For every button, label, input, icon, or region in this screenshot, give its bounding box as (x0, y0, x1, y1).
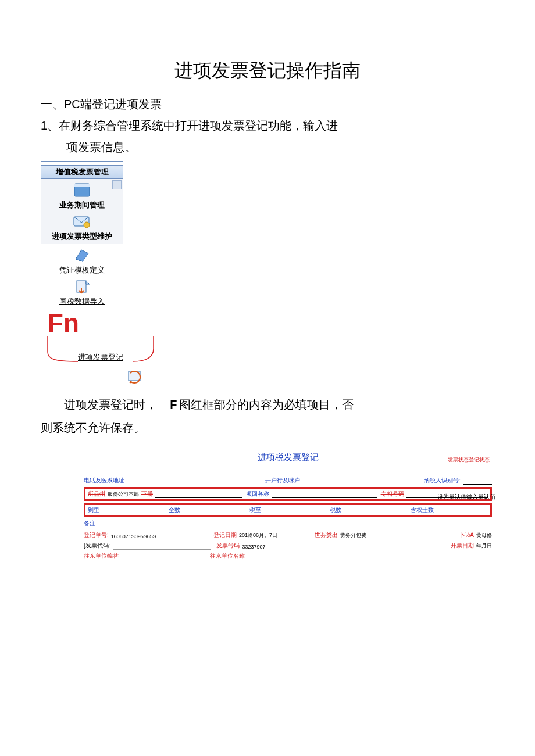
input-spec-no[interactable] (406, 492, 488, 498)
label-qty: 到里 (88, 506, 99, 514)
sidebar-screenshot: 增值税发票管理 业务期间管理 进项发票类型维护 (41, 161, 123, 307)
sidebar-label-period: 业务期间管理 (41, 200, 123, 210)
value-operator: 黄母修 (476, 532, 492, 539)
input-total[interactable] (436, 508, 488, 514)
label-tax: 税数 (330, 506, 341, 514)
svg-point-3 (84, 222, 90, 228)
paragraph-required-fields: 进项发票登记时， F图红框部分的内容为必填项目，否 则系统不允许保存。 (41, 393, 494, 439)
label-operator: 卜½A (459, 531, 474, 539)
label-amount: 全数 (169, 506, 180, 514)
label-remark: 备注 (84, 519, 95, 528)
input-item-name[interactable] (272, 492, 377, 498)
label-reg-no: 登记单号: (84, 531, 109, 539)
svg-rect-1 (74, 184, 90, 187)
fn-annotation: Fn 进项发票登记 (43, 310, 159, 365)
value-reg-date: 201泠06月。7日 (239, 532, 277, 539)
input-amount[interactable] (183, 508, 246, 514)
label-reg-date: 登记日期 (213, 531, 237, 539)
label-spec-no: 专相号码 (381, 490, 404, 498)
label-item-name: 项回各称 (246, 490, 269, 498)
form-title: 进项税发票登记 (81, 450, 494, 469)
label-taxid: 纳税人识别号: (424, 476, 461, 485)
sidebar-item-invoice-register[interactable]: 进项发票登记 (78, 352, 123, 363)
rotate-icon (126, 368, 144, 385)
step-1-continued: 项发票信息。 (66, 139, 494, 155)
label-dept-strike: 所品州 (88, 490, 105, 498)
sidebar-label-tax-import: 国税数据导入 (41, 296, 123, 307)
required-box-1: 所品州股份公司本部下册 项回各称 专相号码 (84, 487, 492, 501)
value-reg-no: 1606071S095S65S (111, 533, 156, 539)
label-total: 含权圭数 (411, 506, 434, 514)
book-icon (73, 248, 91, 264)
form-status: 发票状态登记状态 (448, 456, 490, 464)
label-biz-type: 世芬类出 (315, 531, 338, 539)
label-invoice-code: [发票代码: (84, 542, 110, 550)
label-bank: 开户行及咪户 (265, 476, 300, 485)
label-tel: 电话及医系地址 (84, 476, 124, 485)
fn-label: Fn (48, 310, 159, 336)
sidebar-item-tax-import[interactable]: 国税数据导入 (41, 275, 123, 307)
doc-import-icon (73, 279, 91, 295)
required-box-2: 到里 全数 税至 税数 含权圭数 (84, 503, 492, 517)
input-tax[interactable] (344, 508, 407, 514)
folder-icon (72, 181, 92, 199)
input-qty[interactable] (102, 508, 165, 514)
scrollbar-up-icon (112, 180, 122, 189)
sidebar-label-type-maint: 进项发票类型维护 (41, 231, 123, 242)
doc-title: 进项发票登记操作指南 (41, 58, 494, 84)
label-tax-rate: 税至 (249, 506, 261, 514)
sidebar-item-voucher-template[interactable]: 凭证模板定义 (41, 244, 123, 275)
input-unit-code[interactable] (121, 554, 204, 560)
value-invoice-no: 33237907 (242, 544, 265, 550)
input-taxid[interactable] (463, 478, 492, 485)
label-invoice-no: 发票号码 (216, 542, 240, 550)
value-biz-type: 劳务分包费 (340, 532, 366, 539)
value-invoice-date: 年月日 (476, 542, 492, 550)
input-invoice-code[interactable] (113, 543, 211, 550)
step-1: 1、在财务综合管理系统中打开进项发票登记功能，输入进 (41, 118, 494, 134)
sidebar-title: 增值税发票管理 (41, 165, 123, 179)
input-tax-rate[interactable] (263, 508, 327, 514)
invoice-form-screenshot: 进项税发票登记 发票状态登记状态 电话及医系地址 开户行及咪户 纳税人识别号: … (81, 450, 494, 560)
sidebar-item-period[interactable]: 业务期间管理 (41, 179, 123, 210)
section-1-heading: 一、PC端登记进项发票 (41, 96, 494, 112)
envelope-gear-icon (72, 213, 92, 230)
label-invoice-date: 开票日期 (451, 542, 474, 550)
label-unit-name: 往来单位名称 (210, 552, 245, 560)
label-unit-code: 往东单位编替 (84, 552, 119, 560)
input-dept[interactable] (155, 492, 242, 498)
sidebar-item-type-maint[interactable]: 进项发票类型维护 (41, 210, 123, 242)
sidebar-label-voucher-template: 凭证模板定义 (41, 265, 123, 275)
